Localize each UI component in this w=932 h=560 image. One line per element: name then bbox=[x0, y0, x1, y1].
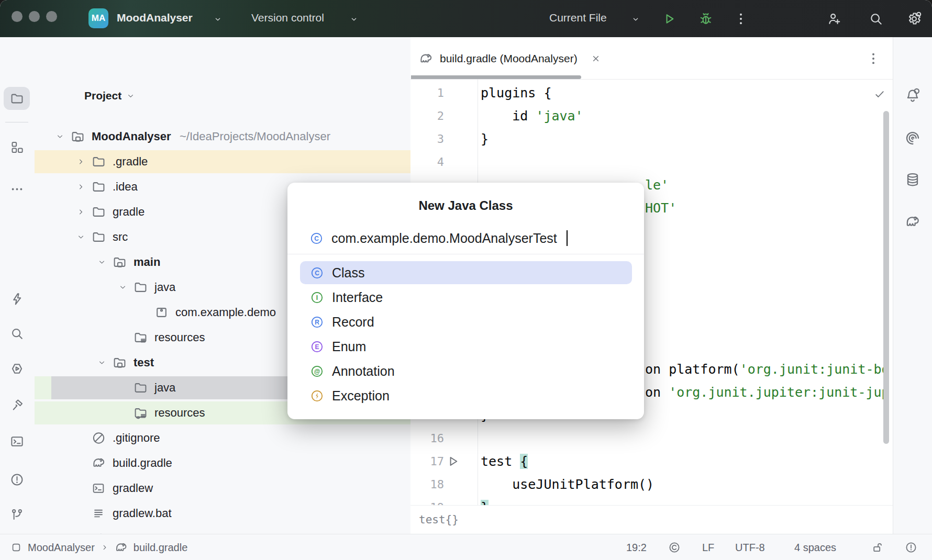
chevron-down-icon[interactable] bbox=[56, 132, 64, 141]
database-tool-button[interactable] bbox=[900, 168, 926, 191]
settings-button[interactable] bbox=[907, 12, 922, 26]
problems-tool-button[interactable] bbox=[4, 468, 30, 491]
run-hexagon-tool-button[interactable] bbox=[4, 357, 30, 380]
code-line: plugins { bbox=[481, 82, 551, 105]
status-breadcrumb-project[interactable]: MoodAnalyser bbox=[28, 542, 95, 554]
close-x-icon bbox=[591, 53, 601, 64]
tree-item-label: .gradle bbox=[113, 155, 148, 169]
terminal-tool-button[interactable] bbox=[4, 430, 30, 453]
run-configuration-selector[interactable]: Current File bbox=[549, 12, 607, 24]
textfile-icon bbox=[92, 507, 105, 520]
terminal-icon bbox=[10, 434, 24, 449]
line-number: 16 bbox=[410, 427, 444, 450]
code-line: on platform('org.junit:junit-bo bbox=[645, 358, 890, 381]
chevron-down-icon[interactable] bbox=[97, 258, 106, 267]
close-tab-icon[interactable] bbox=[591, 53, 601, 64]
run-triangle-icon bbox=[446, 454, 460, 468]
status-bar: MoodAnalyser build.gradle 19:2 LF UTF-8 … bbox=[0, 534, 932, 560]
structure-tool-button[interactable] bbox=[4, 136, 30, 159]
breadcrumb[interactable]: test{} bbox=[419, 513, 459, 526]
line-separator-widget[interactable]: LF bbox=[702, 542, 714, 554]
error-notification-widget[interactable] bbox=[905, 534, 917, 560]
tree-item--gitignore[interactable]: .gitignore bbox=[35, 427, 410, 450]
chevron-down-icon[interactable] bbox=[97, 359, 106, 367]
c-badge-icon bbox=[668, 541, 681, 554]
svg-text:@: @ bbox=[314, 367, 320, 375]
hammer-icon bbox=[10, 398, 24, 412]
tabbar-scroll-thumb[interactable] bbox=[411, 75, 581, 79]
kind-option-class[interactable]: CClass bbox=[300, 261, 632, 284]
chevron-right-icon[interactable] bbox=[76, 208, 85, 217]
c-badge-widget[interactable] bbox=[668, 534, 681, 560]
kind-option-interface[interactable]: IInterface bbox=[300, 286, 632, 309]
run-gutter-icon[interactable] bbox=[446, 454, 460, 468]
caret-position-widget[interactable]: 19:2 bbox=[626, 542, 647, 554]
chevron-down-icon[interactable] bbox=[76, 233, 85, 242]
tree-icon bbox=[154, 306, 169, 320]
kind-option-label: Annotation bbox=[332, 364, 395, 379]
project-path: ~/IdeaProjects/MoodAnalyser bbox=[180, 130, 330, 143]
run-button[interactable] bbox=[662, 12, 676, 26]
kind-option-record[interactable]: RRecord bbox=[300, 310, 632, 333]
tree-item-moodanalyser[interactable]: MoodAnalyser~/IdeaProjects/MoodAnalyser bbox=[35, 125, 410, 148]
ai-swirl-tool-button[interactable] bbox=[900, 127, 926, 150]
tree-item-label: build.gradle bbox=[113, 456, 172, 470]
project-panel-title: Project bbox=[84, 89, 121, 102]
more-actions-button[interactable] bbox=[734, 12, 748, 26]
tree-item-gradlew[interactable]: gradlew bbox=[35, 477, 410, 500]
project-icon bbox=[10, 542, 22, 553]
tree-item-label: java bbox=[154, 381, 175, 395]
indent-widget[interactable]: 4 spaces bbox=[794, 542, 836, 554]
readonly-lock-widget[interactable] bbox=[871, 534, 884, 560]
bell-tool-button[interactable] bbox=[900, 84, 926, 107]
kind-option-annotation[interactable]: @Annotation bbox=[300, 360, 632, 383]
tree-item-build-gradle[interactable]: build.gradle bbox=[35, 452, 410, 475]
project-panel-header[interactable]: Project bbox=[84, 89, 135, 102]
project-logo[interactable]: MA bbox=[88, 8, 108, 28]
window-maximize-button[interactable] bbox=[46, 11, 57, 22]
gradle-tool-button[interactable] bbox=[900, 210, 926, 233]
project-switcher[interactable]: MoodAnalyser bbox=[117, 12, 193, 24]
editor-tab[interactable]: build.gradle (MoodAnalyser) bbox=[419, 44, 601, 73]
kind-option-exception[interactable]: Exception bbox=[300, 384, 632, 407]
code-line: id 'java' bbox=[481, 105, 583, 128]
lightning-tool-button[interactable] bbox=[4, 287, 30, 310]
tree-item--gradle[interactable]: .gradle bbox=[35, 150, 410, 173]
git-branch-tool-button[interactable] bbox=[4, 503, 30, 526]
add-user-button[interactable] bbox=[827, 12, 841, 26]
tree-item-label: .idea bbox=[113, 180, 138, 194]
dialog-divider bbox=[287, 254, 644, 254]
chevron-right-icon[interactable] bbox=[76, 183, 85, 192]
tree-item-gradlew-bat[interactable]: gradlew.bat bbox=[35, 502, 410, 525]
class-name-input[interactable]: C com.example.demo.MoodAnalyserTest bbox=[310, 230, 568, 246]
kind-option-label: Enum bbox=[332, 339, 366, 354]
svg-text:I: I bbox=[316, 294, 318, 301]
window-minimize-button[interactable] bbox=[29, 11, 40, 22]
string-token: 'org.junit.jupiter:junit-jup bbox=[669, 385, 889, 400]
search-everywhere-button[interactable] bbox=[869, 12, 883, 26]
editor-scrollbar[interactable] bbox=[883, 111, 889, 444]
line-number: 19 bbox=[410, 496, 444, 505]
project-folder-tool-button[interactable] bbox=[4, 87, 30, 110]
user-plus-icon bbox=[827, 12, 841, 26]
chevron-down-icon bbox=[214, 15, 222, 24]
window-close-button[interactable] bbox=[12, 11, 23, 22]
kind-option-enum[interactable]: EEnum bbox=[300, 335, 632, 358]
lightning-icon bbox=[10, 292, 24, 306]
more-horizontal-tool-button[interactable] bbox=[4, 177, 30, 200]
vcs-widget[interactable]: Version control bbox=[251, 12, 324, 24]
svg-text:C: C bbox=[314, 234, 319, 242]
chevron-down-icon[interactable] bbox=[118, 283, 127, 292]
editor-more-options-button[interactable] bbox=[866, 51, 881, 66]
chevron-right-icon[interactable] bbox=[76, 158, 85, 166]
status-breadcrumb-file[interactable]: build.gradle bbox=[134, 542, 187, 554]
ai-swirl-icon bbox=[905, 130, 920, 146]
hammer-tool-button[interactable] bbox=[4, 393, 30, 416]
encoding-widget[interactable]: UTF-8 bbox=[735, 542, 765, 554]
module-folder-icon bbox=[113, 255, 127, 270]
debug-button[interactable] bbox=[698, 12, 713, 26]
chevron-down-icon bbox=[97, 258, 106, 267]
search-tool-button[interactable] bbox=[4, 322, 30, 345]
gradle-icon bbox=[92, 456, 106, 471]
structure-icon bbox=[10, 140, 24, 154]
